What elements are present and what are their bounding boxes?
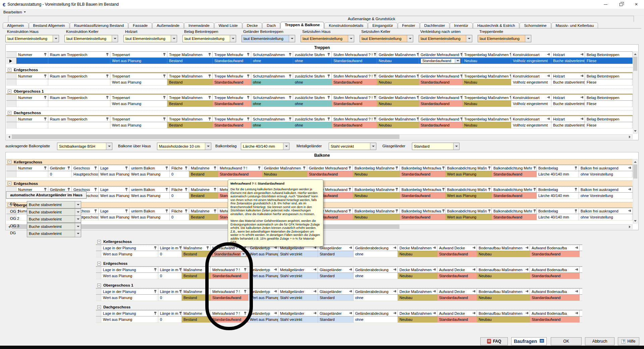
tab-bestand-allgemein[interactable]: Bestand Allgemein xyxy=(29,22,69,29)
column-header[interactable]: Metallgeländer xyxy=(278,289,318,294)
column-header[interactable]: Geländerabdeckung xyxy=(354,310,398,316)
cell[interactable]: Standardaufwand xyxy=(437,316,477,322)
cell[interactable]: Bestand xyxy=(189,171,218,177)
filter-combo-6[interactable]: laut Elementeinstellung xyxy=(360,35,413,42)
pin-icon[interactable] xyxy=(314,268,317,271)
column-header[interactable]: Bodenbelag xyxy=(537,187,579,192)
cell[interactable] xyxy=(16,171,48,177)
tab-innenw-nde[interactable]: Innenwände xyxy=(184,22,214,29)
cell[interactable]: Bestand xyxy=(167,79,213,85)
pin-icon[interactable] xyxy=(165,166,168,170)
column-header[interactable]: Geländer Mehraufwand xyxy=(419,52,463,57)
cell[interactable] xyxy=(16,101,48,107)
collapse-icon[interactable]: − xyxy=(97,240,101,244)
column-header[interactable]: Geländer xyxy=(48,165,72,171)
column-header[interactable]: Aufwand Bodenaufba xyxy=(530,310,580,316)
pin-icon[interactable] xyxy=(526,246,529,250)
baufragen-logo[interactable]: Baufragen de xyxy=(511,337,547,345)
cell[interactable]: Neubau xyxy=(262,171,307,177)
cell[interactable]: Buche stabverleimt xyxy=(551,79,585,85)
pin-icon[interactable] xyxy=(533,166,536,170)
pin-icon[interactable] xyxy=(208,53,211,56)
pin-icon[interactable] xyxy=(393,290,396,293)
menu-bearbeiten[interactable]: Bearbeiten xyxy=(0,10,29,14)
column-header[interactable]: Nummer xyxy=(16,95,48,100)
tab-dach[interactable]: Dach xyxy=(262,22,280,29)
column-header[interactable]: Balkonbelag Maßnahme xyxy=(353,208,400,214)
column-header[interactable]: Balkonabdichtung Mehr xyxy=(492,208,537,214)
column-header[interactable]: Lage in der Planung xyxy=(101,267,158,272)
pin-icon[interactable] xyxy=(473,246,476,250)
mid-filter-combo-2[interactable]: Lärche 40/140 mm xyxy=(241,143,289,150)
column-header[interactable]: Länge in m xyxy=(158,310,182,316)
pin-icon[interactable] xyxy=(433,290,436,293)
cell[interactable]: ohne xyxy=(251,101,293,107)
cell[interactable]: ohne xyxy=(354,316,398,322)
pin-icon[interactable] xyxy=(575,290,578,293)
tab-dachfenster[interactable]: Dachfenster xyxy=(420,22,449,29)
column-header[interactable]: unterm Balkon xyxy=(129,208,170,214)
column-header[interactable]: Schutzmaßnahmen xyxy=(251,116,293,122)
column-header[interactable]: Aufwand Bodenaufba xyxy=(530,245,580,251)
pin-icon[interactable] xyxy=(488,166,491,170)
cell[interactable]: Buche stabverleimt xyxy=(551,122,585,128)
cell[interactable]: Standardaufwand xyxy=(419,122,463,128)
cell[interactable]: Wert aus Planung xyxy=(101,273,158,279)
cell[interactable]: Neubau xyxy=(377,58,419,64)
column-header[interactable]: Geländer Maßnahmen xyxy=(377,52,419,57)
pin-icon[interactable] xyxy=(575,246,578,250)
pin-icon[interactable] xyxy=(581,53,584,56)
pin-icon[interactable] xyxy=(628,209,631,213)
pin-icon[interactable] xyxy=(581,96,584,99)
pin-icon[interactable] xyxy=(247,117,250,121)
cell[interactable]: Standardaufwand xyxy=(492,214,537,220)
pin-icon[interactable] xyxy=(581,117,584,121)
column-header[interactable]: Lage xyxy=(99,165,129,171)
tab-wand-liste[interactable]: Wand Liste xyxy=(214,22,242,29)
group-row[interactable]: −Dachgeschoss xyxy=(6,110,633,116)
pin-icon[interactable] xyxy=(442,209,445,213)
column-header[interactable]: Decke Maßnahmen xyxy=(398,310,437,316)
filter-combo-3[interactable]: laut Elementeinstellung xyxy=(182,35,236,42)
combo-arrow-button[interactable] xyxy=(230,35,236,42)
pin-icon[interactable] xyxy=(395,166,398,170)
cell[interactable]: Standardaufwand xyxy=(530,295,580,301)
pin-icon[interactable] xyxy=(165,188,168,191)
column-header[interactable]: Bodenaufbau Maßnahmen xyxy=(477,245,530,251)
column-header[interactable]: Treppe Maßnahmen xyxy=(167,116,213,122)
cell[interactable]: Stahl verzinkt xyxy=(278,251,318,257)
cell[interactable]: Standardaufwand xyxy=(400,214,445,220)
pin-icon[interactable] xyxy=(547,74,550,78)
cell[interactable]: Wert aus Planung xyxy=(129,171,170,177)
cell[interactable]: Neubau xyxy=(398,295,437,301)
pin-icon[interactable] xyxy=(44,74,47,78)
pin-icon[interactable] xyxy=(473,290,476,293)
scroll-down-button[interactable] xyxy=(633,218,637,223)
column-header[interactable]: Belag Betontreppen xyxy=(585,95,633,100)
group-row[interactable]: −Erdgeschoss xyxy=(6,67,633,73)
column-header[interactable]: Treppe Mehraufw xyxy=(213,73,251,79)
cell[interactable]: Vollholz eingestemmt xyxy=(511,79,551,85)
minimize-button[interactable] xyxy=(598,0,613,9)
cell[interactable]: Wert aus Planung xyxy=(101,295,158,301)
cell[interactable]: Neubau xyxy=(353,214,400,220)
pin-icon[interactable] xyxy=(154,268,157,271)
absturz-combo-og2[interactable]: Buche stabverleimt xyxy=(27,215,81,223)
pin-icon[interactable] xyxy=(214,166,217,170)
pin-icon[interactable] xyxy=(125,188,128,191)
pin-icon[interactable] xyxy=(575,268,578,271)
tab-treppen-balkone[interactable]: Treppen & Balkone xyxy=(280,22,324,29)
cell[interactable]: Standardaufwand xyxy=(332,122,377,128)
cell[interactable]: Neubau xyxy=(463,79,511,85)
column-header[interactable]: Aufwand Decke xyxy=(437,310,477,316)
cell[interactable]: ohne Voreinstellung xyxy=(579,193,633,199)
column-header[interactable]: Treppenart xyxy=(110,73,167,79)
column-header[interactable]: Balkonbelag Mehraufwa xyxy=(400,165,445,171)
cell[interactable]: Wert aus Planung xyxy=(129,214,170,220)
cell[interactable]: Fliese xyxy=(585,122,633,128)
column-header[interactable]: Lage in der Planung xyxy=(101,245,158,251)
pin-icon[interactable] xyxy=(214,209,217,213)
cell[interactable]: Buche stabverleimt xyxy=(551,58,585,64)
column-header[interactable]: Raum am Treppenloch xyxy=(48,52,110,57)
column-header[interactable]: Metallgeländer xyxy=(278,310,318,316)
